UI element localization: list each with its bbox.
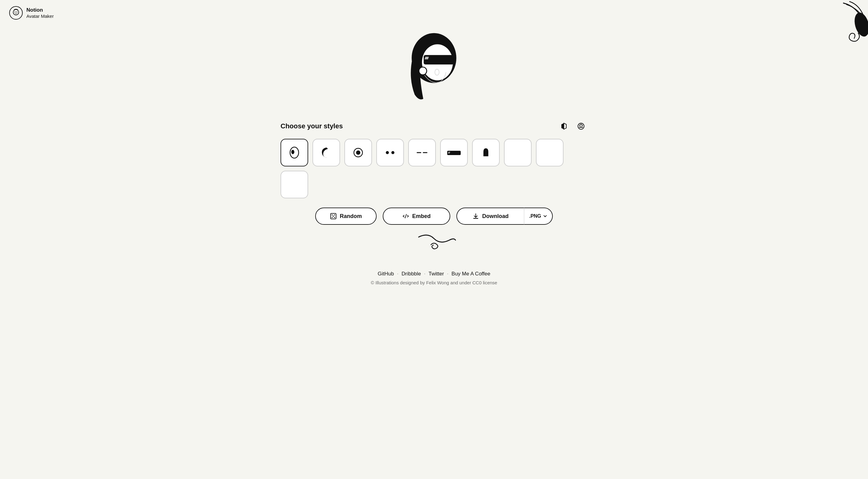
svg-point-14 — [582, 126, 583, 128]
download-button[interactable]: Download — [456, 208, 524, 225]
footer-link-dribbble[interactable]: Dribbble — [401, 271, 421, 277]
svg-rect-6 — [424, 55, 454, 64]
svg-point-27 — [334, 214, 335, 215]
svg-point-15 — [580, 124, 582, 125]
embed-label: Embed — [412, 213, 431, 219]
style-option-3[interactable] — [376, 139, 404, 167]
avatar-svg — [391, 22, 477, 108]
style-header: Choose your styles — [281, 120, 587, 133]
footer-dot-1: · — [397, 271, 399, 277]
style-option-0[interactable] — [281, 139, 308, 167]
svg-point-13 — [579, 126, 580, 128]
svg-point-30 — [333, 215, 334, 217]
embed-icon — [402, 213, 409, 219]
footer-copyright: © Illustrations designed by Felix Wong a… — [371, 280, 497, 285]
svg-point-19 — [356, 150, 360, 155]
format-selector[interactable]: .PNG — [524, 208, 553, 225]
footer-dot-2: · — [424, 271, 426, 277]
style-option-9[interactable] — [281, 171, 308, 198]
style-option-6[interactable] — [472, 139, 500, 167]
svg-rect-31 — [473, 218, 478, 219]
app-subtitle: Avatar Maker — [26, 13, 54, 19]
palette-icon-button[interactable] — [575, 120, 587, 133]
download-group: Download .PNG — [456, 208, 553, 225]
style-option-7[interactable] — [504, 139, 532, 167]
random-label: Random — [340, 213, 362, 219]
choose-styles-label: Choose your styles — [281, 122, 343, 130]
app-logo — [9, 6, 23, 20]
svg-point-12 — [580, 126, 582, 128]
style-section: Choose your styles — [271, 120, 597, 265]
app-title-group: Notion Avatar Maker — [26, 7, 54, 19]
svg-point-26 — [332, 214, 333, 215]
style-options-row — [281, 139, 587, 198]
style-option-4[interactable] — [408, 139, 436, 167]
action-buttons: Random Embed Down — [281, 208, 587, 225]
footer-link-twitter[interactable]: Twitter — [429, 271, 444, 277]
style-option-2[interactable] — [344, 139, 372, 167]
main-content: Choose your styles — [0, 0, 868, 479]
svg-point-8 — [419, 67, 427, 74]
svg-point-21 — [391, 151, 394, 154]
svg-point-0 — [13, 9, 19, 15]
avatar-preview — [388, 19, 480, 111]
svg-point-29 — [334, 217, 335, 218]
random-button[interactable]: Random — [315, 208, 377, 225]
svg-point-16 — [290, 147, 299, 158]
chevron-down-icon — [543, 214, 547, 218]
app-title: Notion — [26, 7, 54, 13]
deco-squiggle — [281, 231, 587, 252]
style-option-8[interactable] — [536, 139, 563, 167]
footer-link-github[interactable]: GitHub — [378, 271, 394, 277]
format-label: .PNG — [529, 213, 541, 219]
svg-point-10 — [579, 125, 580, 126]
style-option-1[interactable] — [312, 139, 340, 167]
footer-link-coffee[interactable]: Buy Me A Coffee — [452, 271, 490, 277]
svg-point-17 — [291, 150, 294, 154]
svg-point-1 — [15, 12, 16, 12]
footer-dot-3: · — [447, 271, 448, 277]
svg-point-20 — [386, 151, 389, 154]
footer: GitHub · Dribbble · Twitter · Buy Me A C… — [371, 265, 497, 295]
header-icons — [557, 120, 587, 133]
download-label: Download — [482, 213, 508, 219]
svg-point-11 — [582, 125, 583, 126]
embed-button[interactable]: Embed — [383, 208, 450, 225]
svg-point-2 — [17, 12, 18, 12]
style-option-5[interactable] — [440, 139, 468, 167]
svg-point-28 — [332, 217, 333, 218]
dice-icon — [330, 213, 337, 219]
footer-links: GitHub · Dribbble · Twitter · Buy Me A C… — [371, 271, 497, 277]
app-header: Notion Avatar Maker — [0, 0, 63, 26]
download-icon — [472, 213, 479, 219]
mirror-icon-button[interactable] — [557, 120, 570, 133]
